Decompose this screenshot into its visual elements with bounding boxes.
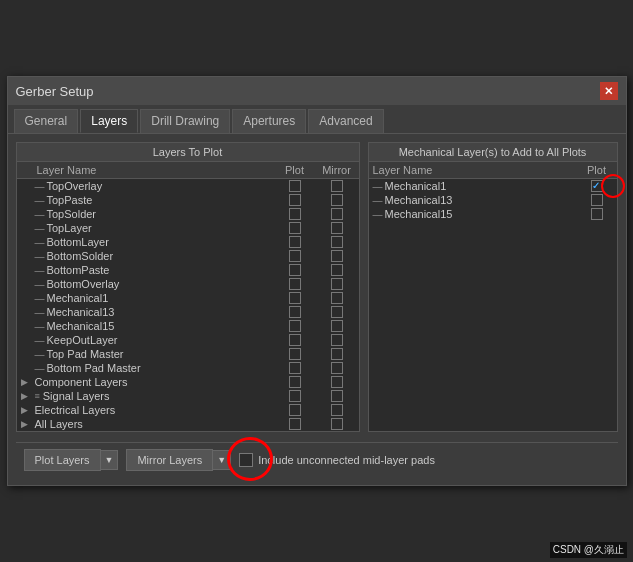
col-plot: Plot [275,162,315,178]
layer-row: —TopOverlay [17,179,359,193]
plot-layers-group: Plot Layers ▼ [24,449,119,471]
content-area: Layers To Plot Layer Name Plot Mirror —T… [8,134,626,485]
mirror-layers-group: Mirror Layers ▼ [126,449,231,471]
close-button[interactable]: ✕ [600,82,618,100]
layer-row: —Mechanical15 [17,319,359,333]
mech-row-15: —Mechanical15 [369,207,617,221]
mechanical-layers-panel: Mechanical Layer(s) to Add to All Plots … [368,142,618,432]
layer-row: —TopPaste [17,193,359,207]
layers-to-plot-panel: Layers To Plot Layer Name Plot Mirror —T… [16,142,360,432]
title-bar: Gerber Setup ✕ [8,77,626,105]
layer-row: —KeepOutLayer [17,333,359,347]
group-all-layers[interactable]: ▶ All Layers [17,417,359,431]
layer-row: —Mechanical13 [17,305,359,319]
plot-layers-button[interactable]: Plot Layers [24,449,101,471]
tab-layers[interactable]: Layers [80,109,138,133]
layer-row: —Mechanical1 [17,291,359,305]
layer-row: —BottomOverlay [17,277,359,291]
include-mid-layer-area: Include unconnected mid-layer pads [239,453,609,467]
layer-row: —TopSolder [17,207,359,221]
include-mid-layer-checkbox[interactable] [239,453,253,467]
layer-row: —BottomSolder [17,249,359,263]
rp-col-plot: Plot [577,162,617,178]
col-expand [17,162,33,178]
tab-general[interactable]: General [14,109,79,133]
include-mid-layer-label: Include unconnected mid-layer pads [258,454,435,466]
tab-apertures[interactable]: Apertures [232,109,306,133]
mech-row-13: —Mechanical13 [369,193,617,207]
tab-bar: General Layers Drill Drawing Apertures A… [8,105,626,134]
tab-drill-drawing[interactable]: Drill Drawing [140,109,230,133]
group-signal-layers[interactable]: ▶ ≡ Signal Layers [17,389,359,403]
watermark: CSDN @久溺止 [550,542,627,558]
group-component-layers[interactable]: ▶ Component Layers [17,375,359,389]
col-mirror: Mirror [315,162,359,178]
layer-row: —TopLayer [17,221,359,235]
mirror-layers-arrow[interactable]: ▼ [213,450,231,470]
layer-row-bottom-pad-master: —Bottom Pad Master [17,361,359,375]
left-panel-header: Layers To Plot [17,143,359,162]
col-layer-name: Layer Name [33,162,275,178]
right-panel-header: Mechanical Layer(s) to Add to All Plots [369,143,617,162]
rp-col-name: Layer Name [369,162,577,178]
panels: Layers To Plot Layer Name Plot Mirror —T… [16,142,618,432]
layer-row: —BottomLayer [17,235,359,249]
right-panel-columns: Layer Name Plot [369,162,617,179]
layer-row: —BottomPaste [17,263,359,277]
mech-row-1: —Mechanical1 ✓ [369,179,617,193]
tab-advanced[interactable]: Advanced [308,109,383,133]
left-panel-columns: Layer Name Plot Mirror [17,162,359,179]
footer: Plot Layers ▼ Mirror Layers ▼ Include un… [16,442,618,477]
plot-layers-arrow[interactable]: ▼ [101,450,119,470]
group-electrical-layers[interactable]: ▶ Electrical Layers [17,403,359,417]
gerber-dialog: Gerber Setup ✕ General Layers Drill Draw… [7,76,627,486]
dialog-title: Gerber Setup [16,84,94,99]
layer-row-top-pad-master: —Top Pad Master [17,347,359,361]
mirror-layers-button[interactable]: Mirror Layers [126,449,213,471]
